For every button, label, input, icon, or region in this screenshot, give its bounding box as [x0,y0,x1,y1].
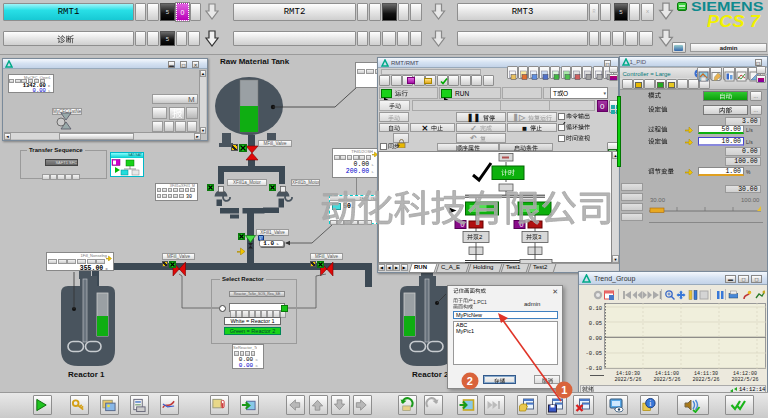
svg-text:2: 2 [467,375,473,387]
svg-text:1: 1 [561,384,567,396]
